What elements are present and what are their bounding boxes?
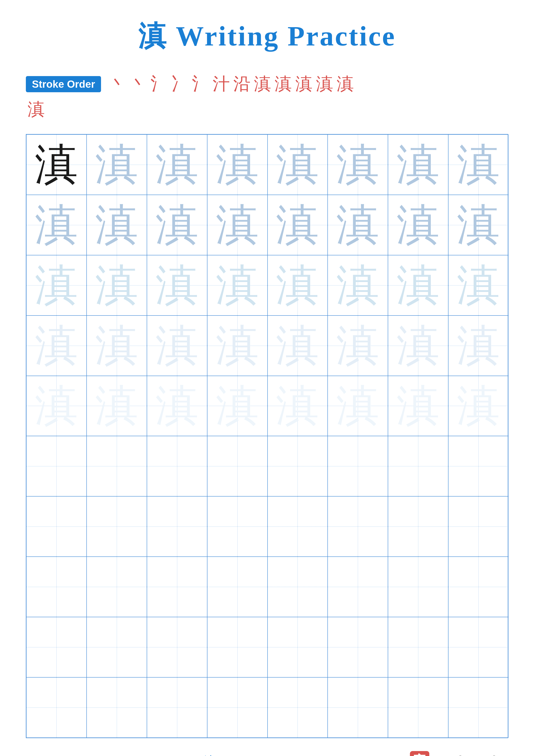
grid-cell: 滇 [448, 134, 509, 195]
practice-char: 滇 [156, 143, 199, 186]
practice-char: 滇 [156, 203, 199, 247]
grid-cell: 滇 [207, 195, 267, 255]
practice-char: 滇 [95, 384, 138, 427]
practice-char: 滇 [336, 324, 379, 367]
stroke-13: 滇 [28, 100, 45, 119]
practice-char: 滇 [457, 324, 500, 367]
grid-cell-empty [448, 617, 509, 677]
stroke-order-line2: 滇 [26, 98, 508, 121]
grid-cell: 滇 [448, 315, 509, 376]
practice-char: 滇 [95, 203, 138, 247]
grid-cell-empty [267, 557, 328, 617]
grid-cell-empty [147, 677, 207, 738]
grid-cell-empty [328, 557, 388, 617]
grid-cell: 滇 [328, 195, 388, 255]
practice-char: 滇 [336, 264, 379, 307]
grid-cell-empty [267, 677, 328, 738]
practice-char: 滇 [216, 264, 259, 307]
grid-cell: 滇 [87, 315, 147, 376]
practice-char: 滇 [35, 324, 78, 367]
grid-cell: 滇 [328, 255, 388, 315]
grid-cell: 滇 [26, 195, 87, 255]
practice-grid: 滇 滇 滇 滇 滇 滇 滇 滇 滇 滇 滇 滇 滇 滇 滇 滇 滇 滇 滇 滇 … [26, 134, 508, 738]
practice-char: 滇 [396, 324, 440, 367]
grid-cell: 滇 [147, 195, 207, 255]
stroke-9: 滇 [275, 72, 292, 96]
grid-cell: 滇 [26, 376, 87, 436]
grid-cell-empty [87, 496, 147, 557]
practice-char: 滇 [336, 384, 379, 427]
practice-char: 滇 [457, 384, 500, 427]
stroke-7: 沿 [233, 72, 250, 96]
grid-cell-empty [267, 436, 328, 496]
grid-cell-empty [267, 617, 328, 677]
grid-cell: 滇 [26, 315, 87, 376]
grid-cell: 滇 [267, 195, 328, 255]
grid-cell-empty [26, 617, 87, 677]
grid-cell: 滇 [388, 315, 448, 376]
grid-cell-empty [87, 557, 147, 617]
grid-cell: 滇 [448, 376, 509, 436]
practice-char: 滇 [396, 384, 440, 427]
stroke-8: 滇 [254, 72, 271, 96]
grid-cell-empty [87, 617, 147, 677]
practice-char: 滇 [156, 264, 199, 307]
grid-cell: 滇 [267, 315, 328, 376]
grid-cell-empty [26, 496, 87, 557]
practice-char: 滇 [396, 264, 440, 307]
stroke-order-badge: Stroke Order [26, 76, 101, 92]
practice-char: 滇 [35, 384, 78, 427]
title-text: Writing Practice [167, 20, 396, 51]
grid-cell: 滇 [388, 195, 448, 255]
grid-cell-empty [448, 496, 509, 557]
practice-char: 滇 [276, 203, 319, 247]
practice-char: 滇 [276, 384, 319, 427]
grid-cell-empty [388, 557, 448, 617]
grid-cell-empty [207, 677, 267, 738]
grid-cell: 滇 [388, 134, 448, 195]
grid-cell-empty [267, 496, 328, 557]
stroke-6: 汁 [213, 72, 230, 96]
stroke-5: 氵 [192, 72, 209, 96]
stroke-order-section: Stroke Order 丶 丶 氵 冫 氵 汁 沿 滇 滇 滇 滇 滇 滇 [26, 72, 508, 121]
practice-char: 滇 [95, 324, 138, 367]
practice-char: 滇 [216, 324, 259, 367]
practice-char: 滇 [35, 203, 78, 247]
grid-cell: 滇 [448, 195, 509, 255]
grid-cell-empty [328, 677, 388, 738]
grid-cell: 滇 [26, 134, 87, 195]
grid-cell: 滇 [207, 315, 267, 376]
grid-cell-empty [207, 436, 267, 496]
grid-cell: 滇 [328, 134, 388, 195]
practice-char: 滇 [457, 264, 500, 307]
grid-cell-empty [328, 496, 388, 557]
practice-char: 滇 [35, 264, 78, 307]
grid-cell: 滇 [328, 376, 388, 436]
practice-char: 滇 [276, 264, 319, 307]
grid-cell: 滇 [87, 376, 147, 436]
practice-char: 滇 [216, 384, 259, 427]
grid-cell-empty [448, 557, 509, 617]
grid-cell: 滇 [207, 255, 267, 315]
grid-cell-empty [87, 436, 147, 496]
practice-char: 滇 [156, 324, 199, 367]
grid-cell-empty [207, 557, 267, 617]
footer-logo: 字 StrokeOrder [410, 751, 508, 756]
title-chinese-char: 滇 [138, 20, 167, 51]
grid-cell-empty [448, 677, 509, 738]
grid-cell-empty [147, 496, 207, 557]
grid-cell: 滇 [87, 195, 147, 255]
practice-char: 滇 [95, 264, 138, 307]
stroke-order-line1: Stroke Order 丶 丶 氵 冫 氵 汁 沿 滇 滇 滇 滇 滇 [26, 72, 508, 96]
practice-char: 滇 [457, 143, 500, 186]
grid-cell: 滇 [26, 255, 87, 315]
practice-char: 滇 [216, 203, 259, 247]
footer-url: https://www.strokeorder.com/chinese/滇 [26, 753, 215, 756]
grid-cell: 滇 [147, 134, 207, 195]
stroke-3: 氵 [151, 72, 168, 96]
stroke-2: 丶 [130, 72, 147, 96]
practice-char: 滇 [457, 203, 500, 247]
grid-cell: 滇 [207, 134, 267, 195]
grid-cell-empty [388, 677, 448, 738]
grid-cell-empty [328, 436, 388, 496]
